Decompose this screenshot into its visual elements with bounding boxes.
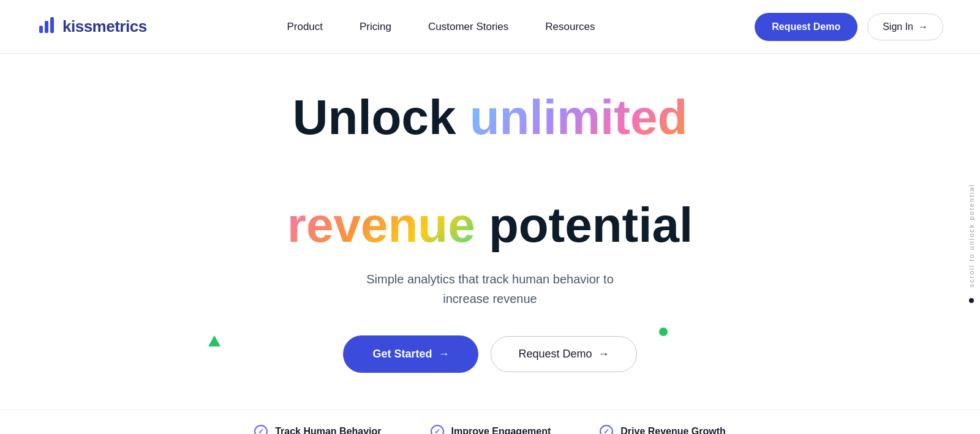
request-demo-hero-label: Request Demo bbox=[518, 348, 592, 361]
nav-item-product[interactable]: Product bbox=[287, 21, 323, 33]
logo-icon bbox=[37, 16, 56, 38]
sign-in-label: Sign In bbox=[883, 21, 913, 32]
hero-section: Unlock unlimited revenue potential Simpl… bbox=[0, 54, 980, 397]
sign-in-button[interactable]: Sign In → bbox=[867, 13, 943, 40]
scroll-dot bbox=[969, 298, 974, 303]
feature-item-track: Track Human Behavior bbox=[254, 425, 381, 434]
feature-label-engage: Improve Engagement bbox=[451, 426, 551, 434]
get-started-label: Get Started bbox=[372, 348, 432, 361]
get-started-button[interactable]: Get Started → bbox=[343, 335, 478, 373]
header: kissmetrics Product Pricing Customer Sto… bbox=[0, 0, 980, 54]
word-unlimited: unlimited bbox=[470, 90, 688, 144]
word-revenue: revenue bbox=[287, 198, 475, 252]
check-icon-revenue bbox=[600, 425, 613, 434]
svg-rect-0 bbox=[39, 26, 43, 33]
decor-triangle bbox=[208, 335, 221, 346]
check-icon-engage bbox=[431, 425, 444, 434]
request-demo-button[interactable]: Request Demo bbox=[755, 13, 858, 41]
hero-subtext: Simple analytics that track human behavi… bbox=[349, 269, 631, 309]
scroll-label: scroll to unlock potential bbox=[968, 184, 975, 287]
scroll-indicator: scroll to unlock potential bbox=[968, 184, 975, 303]
features-bar: Track Human Behavior Improve Engagement … bbox=[0, 410, 980, 434]
main-nav: Product Pricing Customer Stories Resourc… bbox=[287, 21, 595, 33]
check-icon-track bbox=[254, 425, 268, 434]
request-demo-hero-button[interactable]: Request Demo → bbox=[491, 336, 636, 372]
word-potential: potential bbox=[489, 198, 693, 252]
word-unlock: Unlock bbox=[293, 90, 456, 144]
sign-in-arrow-icon: → bbox=[918, 21, 928, 32]
feature-label-track: Track Human Behavior bbox=[275, 426, 381, 434]
hero-headline: Unlock unlimited revenue potential bbox=[287, 91, 693, 252]
logo-text: kissmetrics bbox=[62, 17, 147, 36]
get-started-arrow-icon: → bbox=[438, 348, 449, 361]
header-actions: Request Demo Sign In → bbox=[755, 13, 943, 41]
decor-dot-green bbox=[659, 327, 668, 336]
request-demo-hero-arrow-icon: → bbox=[598, 348, 609, 361]
nav-item-pricing[interactable]: Pricing bbox=[360, 21, 391, 33]
svg-rect-2 bbox=[50, 17, 54, 33]
feature-label-revenue: Drive Revenue Growth bbox=[620, 426, 726, 434]
nav-item-customer-stories[interactable]: Customer Stories bbox=[428, 21, 508, 33]
logo-link[interactable]: kissmetrics bbox=[37, 16, 147, 38]
feature-item-engage: Improve Engagement bbox=[431, 425, 551, 434]
feature-item-revenue: Drive Revenue Growth bbox=[600, 425, 726, 434]
svg-rect-1 bbox=[45, 21, 48, 33]
nav-item-resources[interactable]: Resources bbox=[545, 21, 595, 33]
hero-buttons: Get Started → Request Demo → bbox=[343, 335, 636, 373]
